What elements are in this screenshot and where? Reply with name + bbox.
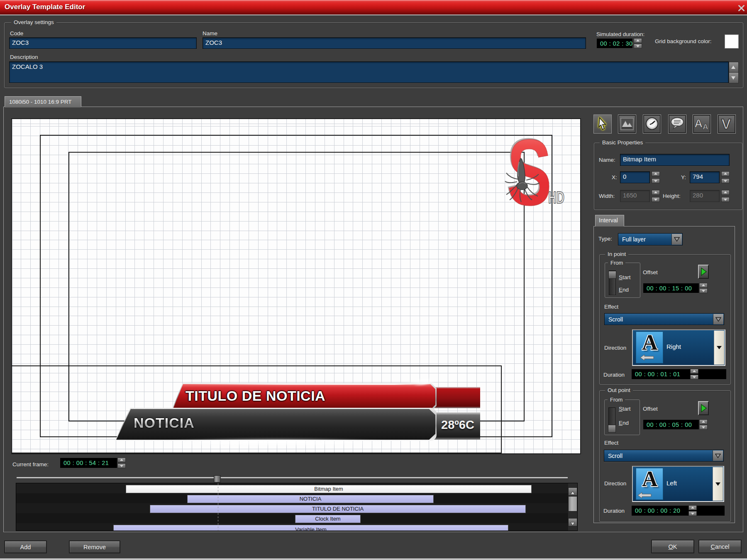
- svg-text:A: A: [703, 122, 708, 131]
- svg-text:V: V: [721, 116, 731, 132]
- svg-text:HD: HD: [548, 188, 564, 207]
- svg-text:A: A: [694, 117, 703, 130]
- svg-text:S: S: [507, 134, 552, 212]
